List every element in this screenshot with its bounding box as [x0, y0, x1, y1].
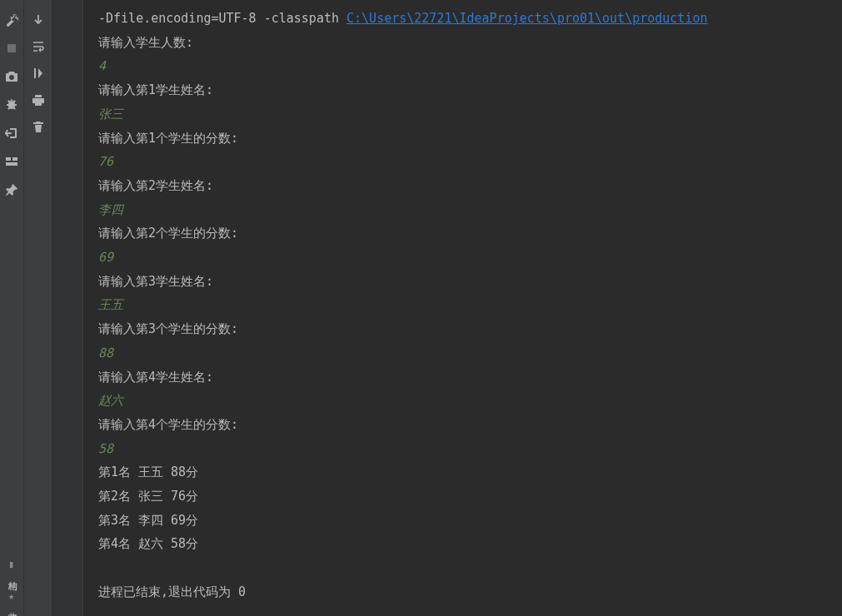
console-line: [98, 556, 827, 580]
favorites-panel-button[interactable]: ★ 收藏夹: [6, 590, 18, 608]
console-line: 76: [98, 150, 827, 174]
console-line: 请输入第2个学生的分数:: [98, 221, 827, 246]
console-line: 第1名 王五 88分: [98, 460, 827, 484]
layout-icon[interactable]: [5, 155, 18, 168]
star-mini-icon: ★: [8, 590, 15, 602]
svg-rect-1: [6, 157, 11, 161]
wrench-icon[interactable]: [5, 13, 18, 27]
bug-icon[interactable]: [5, 98, 18, 112]
pin-icon[interactable]: [5, 183, 18, 196]
console-line: 请输入第4学生姓名:: [98, 365, 827, 390]
structure-label: 结构: [6, 574, 18, 575]
console-line: 第3名 李四 69分: [98, 509, 827, 533]
console-line: 进程已结束,退出代码为 0: [98, 580, 827, 604]
console-line: 请输入第1个学生的分数:: [98, 127, 827, 151]
console-line: 王五: [98, 293, 827, 317]
exit-icon[interactable]: [5, 127, 18, 140]
down-arrow-icon[interactable]: [32, 13, 45, 27]
scroll-to-end-icon[interactable]: [32, 67, 45, 80]
svg-rect-2: [12, 157, 17, 161]
console-line: 请输入第2学生姓名:: [98, 174, 827, 198]
console-line: 88: [98, 341, 827, 365]
console-line: 请输入第3学生姓名:: [98, 270, 827, 294]
print-icon[interactable]: [32, 93, 45, 107]
console-line: 请输入第4个学生的分数:: [98, 413, 827, 437]
svg-rect-0: [7, 44, 16, 52]
run-toolbar: [24, 0, 52, 616]
soft-wrap-icon[interactable]: [32, 40, 45, 53]
console-line: 张三: [98, 102, 827, 127]
jvm-args-prefix: -Dfile.encoding=UTF-8 -classpath: [98, 11, 346, 26]
camera-icon[interactable]: [5, 70, 18, 83]
far-left-toolbar: ▮ 结构 ★ 收藏夹: [0, 0, 24, 616]
stop-icon[interactable]: [5, 42, 18, 55]
trash-icon[interactable]: [32, 120, 45, 133]
console-line: 4: [98, 54, 827, 78]
console-output[interactable]: -Dfile.encoding=UTF-8 -classpath C:\User…: [83, 0, 842, 616]
console-line: 赵六: [98, 389, 827, 413]
structure-mini-icon: ▮: [8, 559, 15, 570]
console-line: 李四: [98, 198, 827, 222]
console-line: 请输入第3个学生的分数:: [98, 317, 827, 341]
console-line: 58: [98, 437, 827, 461]
structure-panel-button[interactable]: ▮ 结构: [6, 559, 18, 575]
console-line: 第4名 赵六 58分: [98, 532, 827, 556]
console-line: 请输入第1学生姓名:: [98, 78, 827, 102]
jvm-args-line: -Dfile.encoding=UTF-8 -classpath C:\User…: [98, 7, 827, 31]
console-line: 请输入学生人数:: [98, 31, 827, 55]
svg-rect-3: [6, 162, 17, 166]
console-line: 69: [98, 246, 827, 270]
console-gutter: [52, 0, 83, 616]
classpath-link[interactable]: C:\Users\22721\IdeaProjects\pro01\out\pr…: [346, 11, 707, 26]
favorites-label: 收藏夹: [6, 605, 18, 608]
console-line: 第2名 张三 76分: [98, 484, 827, 509]
